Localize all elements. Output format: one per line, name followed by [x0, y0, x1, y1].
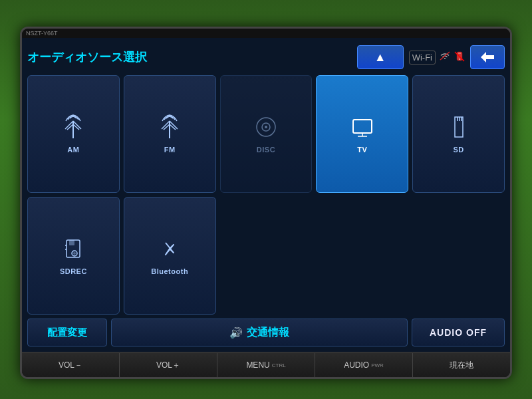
bluetooth-label: Bluetooth — [151, 267, 188, 275]
model-number: NSZT-Y66T — [22, 29, 510, 38]
source-am[interactable]: AM — [27, 75, 120, 193]
header-row: オーディオソース選択 ▲ Wi-Fi — [27, 43, 505, 71]
fm-label: FM — [164, 146, 176, 154]
sd-label: SD — [453, 146, 464, 154]
disc-icon — [253, 114, 279, 143]
audio-off-button[interactable]: AUDIO OFF — [412, 319, 505, 346]
screen: オーディオソース選択 ▲ Wi-Fi — [22, 38, 510, 352]
bottom-bar: 配置変更 🔊 交通情報 AUDIO OFF — [27, 319, 505, 346]
outer-frame: NSZT-Y66T オーディオソース選択 ▲ Wi-Fi — [0, 0, 532, 399]
menu-button[interactable]: MENU CTRL — [217, 353, 315, 377]
wifi-icon: Wi-Fi — [409, 51, 436, 65]
svg-line-14 — [164, 124, 170, 130]
fm-icon — [156, 114, 183, 143]
bluetooth-icon — [156, 236, 183, 265]
source-tv[interactable]: TV — [316, 75, 408, 193]
eject-button[interactable]: ▲ — [357, 45, 404, 69]
disc-label: DISC — [257, 146, 275, 154]
tv-label: TV — [357, 146, 367, 154]
svg-line-10 — [73, 124, 79, 130]
sdrec-label: SDREC — [60, 267, 87, 275]
svg-point-18 — [265, 126, 267, 128]
device-frame: NSZT-Y66T オーディオソース選択 ▲ Wi-Fi — [20, 27, 512, 379]
svg-line-9 — [67, 124, 73, 130]
svg-marker-5 — [481, 52, 494, 63]
sd-icon — [446, 114, 472, 143]
phone-icon — [454, 51, 465, 64]
source-sd[interactable]: SD — [412, 75, 505, 193]
vol-minus-button[interactable]: VOL－ — [22, 353, 120, 377]
svg-point-29 — [73, 252, 76, 255]
audio-button[interactable]: AUDIO PWR — [315, 353, 413, 377]
page-title: オーディオソース選択 — [27, 49, 352, 65]
current-location-button[interactable]: 現在地 — [413, 353, 510, 377]
status-icons: Wi-Fi — [409, 51, 465, 65]
source-bluetooth[interactable]: Bluetooth — [124, 197, 216, 315]
signal-icon — [438, 51, 452, 64]
svg-rect-27 — [69, 240, 74, 245]
source-fm[interactable]: FM — [124, 75, 216, 193]
back-button[interactable] — [470, 45, 505, 69]
tv-icon — [349, 114, 376, 143]
source-grid: AM — [27, 75, 505, 315]
vol-plus-button[interactable]: VOL＋ — [120, 353, 217, 377]
traffic-icon: 🔊 — [229, 327, 243, 339]
source-disc[interactable]: DISC — [220, 75, 313, 193]
layout-button[interactable]: 配置変更 — [27, 319, 107, 346]
sdrec-icon — [60, 236, 86, 265]
am-label: AM — [67, 146, 79, 154]
source-sdrec[interactable]: SDREC — [27, 197, 120, 315]
svg-rect-19 — [353, 120, 372, 133]
control-row: VOL－ VOL＋ MENU CTRL AUDIO PWR 現在地 — [22, 352, 510, 377]
traffic-button[interactable]: 🔊 交通情報 — [111, 319, 408, 346]
svg-rect-2 — [458, 53, 461, 53]
svg-line-15 — [170, 124, 176, 130]
am-icon — [60, 114, 86, 143]
svg-point-3 — [459, 59, 460, 60]
